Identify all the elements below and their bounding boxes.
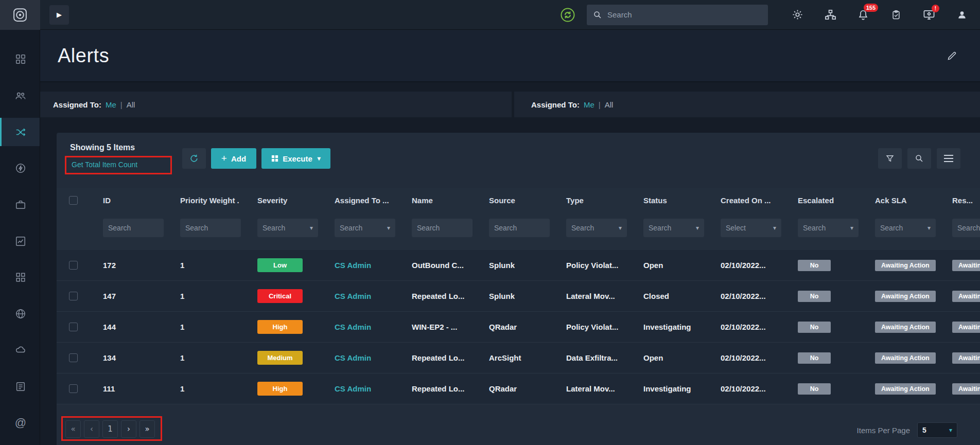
row-checkbox[interactable]	[69, 384, 78, 393]
assigned-to-link[interactable]: CS Admin	[335, 261, 371, 270]
cell-severity: Medium	[248, 351, 325, 365]
dashboard-icon	[15, 54, 26, 65]
table-search-button[interactable]	[907, 148, 931, 169]
filter-dropdown-escalated[interactable]: Search▾	[798, 219, 859, 237]
ack-sla-badge: Awaiting Action	[875, 322, 936, 333]
select-all-checkbox[interactable]	[69, 196, 78, 205]
refresh-icon	[189, 153, 199, 164]
filter-dropdown-res_sla[interactable]: Search▾	[952, 219, 980, 237]
filter-button[interactable]	[878, 148, 902, 169]
cell-name: Repeated Lo...	[402, 292, 480, 300]
filter-dropdown-placeholder: Search	[571, 224, 594, 232]
row-checkbox[interactable]	[69, 353, 78, 362]
items-per-page-select[interactable]: 5 ▾	[917, 422, 957, 438]
sidebar-item-globe[interactable]	[0, 299, 40, 328]
filter-cell-severity: Search▾	[248, 219, 325, 237]
sidebar-item-apps[interactable]	[0, 263, 40, 292]
settings-gear-icon[interactable]	[791, 8, 804, 22]
table-body: 1721LowCS AdminOutBound C...SplunkPolicy…	[57, 250, 980, 404]
execute-button[interactable]: Execute ▾	[261, 148, 330, 169]
pagination-last-button[interactable]: »	[139, 420, 155, 438]
filter-input-name[interactable]	[412, 219, 472, 237]
cell-source: QRadar	[480, 384, 557, 393]
pagination-prev-button[interactable]: ‹	[84, 420, 99, 438]
table-row: 1341MediumCS AdminRepeated Lo...ArcSight…	[57, 343, 980, 373]
clipboard-check-icon[interactable]	[889, 8, 903, 22]
row-checkbox[interactable]	[69, 323, 78, 331]
cell-name: Repeated Lo...	[402, 353, 480, 362]
filter-dropdown-assigned_to[interactable]: Search▾	[335, 219, 395, 237]
app-logo[interactable]	[0, 0, 40, 30]
alerts-card: Showing 5 Items Get Total Item Count + A…	[57, 133, 980, 445]
sidebar-item-cloud[interactable]	[0, 336, 40, 364]
sidebar-item-mentions[interactable]: @	[0, 408, 40, 437]
assigned-to-link[interactable]: CS Admin	[335, 323, 371, 331]
sidebar-item-power[interactable]	[0, 154, 40, 183]
play-icon: ▶	[57, 11, 62, 19]
pagination-first-button[interactable]: «	[65, 420, 81, 438]
assigned-all-link[interactable]: All	[127, 100, 135, 109]
cell-type: Lateral Mov...	[557, 292, 634, 300]
row-select-cell	[57, 384, 94, 393]
play-button[interactable]: ▶	[49, 5, 69, 25]
edit-pencil-icon[interactable]	[947, 50, 957, 63]
analytics-chart-icon	[15, 236, 26, 247]
escalated-badge: No	[798, 260, 831, 271]
filter-dropdown-ack_sla[interactable]: Search▾	[875, 219, 936, 237]
add-button[interactable]: + Add	[211, 148, 256, 169]
sidebar-item-analytics[interactable]	[0, 227, 40, 255]
filter-funnel-icon	[885, 154, 895, 163]
table-menu-button[interactable]	[937, 148, 960, 169]
filter-dropdown-type[interactable]: Search▾	[566, 219, 627, 237]
sidebar-item-shuffle-active[interactable]	[0, 118, 40, 146]
global-search[interactable]	[587, 5, 768, 25]
sidebar-item-dashboard[interactable]	[0, 45, 40, 74]
sidebar-item-tasks[interactable]	[0, 372, 40, 401]
cell-source: Splunk	[480, 261, 557, 270]
res-sla-badge: Awaiting Action	[952, 260, 980, 271]
assigned-to-link[interactable]: CS Admin	[335, 292, 371, 300]
filter-dropdown-status[interactable]: Search▾	[643, 219, 704, 237]
notifications-bell-icon[interactable]: 155	[856, 8, 870, 22]
cell-source: QRadar	[480, 323, 557, 331]
filter-dropdown-severity[interactable]: Search▾	[257, 219, 318, 237]
filter-cell-created_on: Select▾	[711, 219, 789, 237]
escalated-badge: No	[798, 383, 831, 395]
filter-cell-type: Search▾	[557, 219, 634, 237]
assigned-to-link[interactable]: CS Admin	[335, 384, 371, 393]
teams-icon	[15, 90, 26, 101]
system-settings-icon[interactable]: !	[922, 8, 936, 22]
pagination-current-page[interactable]: 1	[102, 420, 118, 438]
refresh-button[interactable]	[182, 148, 206, 169]
global-search-input[interactable]	[607, 10, 762, 19]
filter-dropdown-placeholder: Search	[880, 224, 903, 232]
pagination-next-button[interactable]: ›	[121, 420, 136, 438]
sitemap-icon[interactable]	[824, 8, 837, 22]
sidebar-item-briefcase[interactable]	[0, 191, 40, 219]
filter-input-id[interactable]	[103, 219, 164, 237]
assigned-all-link[interactable]: All	[605, 100, 614, 109]
user-profile-icon[interactable]	[955, 8, 969, 22]
sync-status-icon[interactable]	[560, 7, 575, 23]
plus-icon: +	[221, 153, 227, 164]
cell-severity: High	[248, 320, 325, 334]
filter-dropdown-created_on[interactable]: Select▾	[721, 219, 781, 237]
sidebar-item-teams[interactable]	[0, 82, 40, 110]
filter-input-source[interactable]	[489, 219, 550, 237]
filter-dropdown-placeholder: Search	[803, 224, 826, 232]
row-checkbox[interactable]	[69, 261, 78, 270]
cell-ack_sla: Awaiting Action	[866, 291, 943, 302]
column-header-ack_sla: Ack SLA	[866, 196, 943, 205]
escalated-badge: No	[798, 322, 831, 333]
get-total-item-count-link[interactable]: Get Total Item Count	[72, 161, 137, 169]
column-header-name: Name	[402, 196, 480, 205]
assigned-me-link[interactable]: Me	[106, 100, 116, 109]
assigned-to-panel-left: Assigned To: Me | All	[40, 92, 512, 117]
assigned-to-link[interactable]: CS Admin	[335, 353, 371, 362]
cell-name: OutBound C...	[402, 261, 480, 270]
cell-status: Investigating	[634, 384, 711, 393]
assigned-me-link[interactable]: Me	[584, 100, 594, 109]
cell-id: 111	[94, 384, 171, 393]
row-checkbox[interactable]	[69, 292, 78, 300]
filter-input-priority_weight[interactable]	[180, 219, 241, 237]
